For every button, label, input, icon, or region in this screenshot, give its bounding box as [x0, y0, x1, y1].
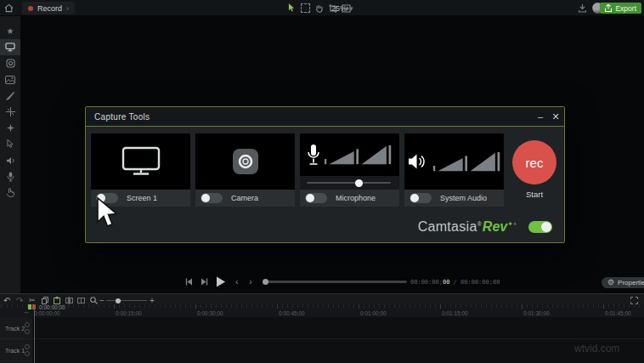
- ruler-label: 0:00:30;00: [197, 310, 223, 316]
- minimize-button[interactable]: –: [532, 107, 549, 126]
- pencil-icon: [6, 91, 15, 100]
- sparkle-icon: [6, 123, 15, 133]
- monitor-icon: [121, 146, 161, 177]
- system-audio-preview: [404, 133, 504, 190]
- screen-record-icon: [5, 43, 15, 52]
- playhead-line[interactable]: [34, 304, 35, 363]
- microphone-toggle-bar: Microphone: [300, 190, 399, 207]
- sidebar-item-audio-effects[interactable]: [0, 152, 20, 168]
- play-button[interactable]: [216, 276, 226, 287]
- sidebar: ★: [0, 16, 20, 293]
- properties-button[interactable]: ⚙ Properties: [602, 277, 644, 288]
- track-lock-icon[interactable]: [25, 322, 30, 327]
- system-audio-label: System Audio: [440, 194, 487, 202]
- timeline-ruler[interactable]: 0:00:00;00 0:00:00;00 0:00:15;00 0:00:30…: [0, 304, 644, 317]
- home-button[interactable]: [4, 0, 14, 16]
- toggle-knob: [410, 194, 419, 202]
- camera-preview: [195, 133, 295, 190]
- playback-scrubber[interactable]: [264, 281, 407, 283]
- dialog-title-bar[interactable]: Capture Tools: [86, 107, 564, 127]
- mouse-cursor-icon: [95, 196, 121, 230]
- sidebar-item-annotations[interactable]: [0, 88, 20, 104]
- zoom-level-select[interactable]: 25% ▾: [331, 0, 353, 16]
- selection-tool-icon[interactable]: [300, 3, 311, 14]
- microphone-label: Microphone: [336, 194, 376, 202]
- camera-capture-card: Camera: [195, 133, 295, 207]
- track-hide-icon[interactable]: [25, 351, 30, 356]
- track-2-controls[interactable]: [25, 322, 30, 334]
- sidebar-item-voice-narration[interactable]: [0, 168, 20, 184]
- record-tab[interactable]: Record ›: [22, 2, 75, 14]
- mic-small-icon: [7, 172, 14, 182]
- gesture-icon: [6, 188, 14, 197]
- track-2-lane[interactable]: [32, 317, 644, 339]
- download-icon: [579, 4, 586, 13]
- record-tab-label: Record: [37, 4, 62, 13]
- toggle-knob: [201, 194, 210, 202]
- home-icon: [4, 3, 14, 13]
- system-audio-capture-card: System Audio: [404, 133, 504, 207]
- track-1-label: Track 1: [5, 347, 25, 353]
- ruler-label: 0:01:45;00: [605, 310, 631, 316]
- sidebar-item-favorites[interactable]: ★: [0, 23, 20, 39]
- recording-dot-icon: [28, 6, 33, 11]
- timeline-panel: ↶ ↷ ✂ − + 0:00:00;00 0:00:00;00 0:00:15;…: [0, 293, 644, 363]
- star-icon: ★: [7, 26, 14, 36]
- next-clip-button[interactable]: [201, 278, 208, 286]
- sidebar-item-transitions[interactable]: [0, 104, 20, 120]
- microphone-preview: [300, 133, 399, 176]
- track-row: Track 1: [0, 339, 644, 361]
- track-1-lane[interactable]: [32, 339, 644, 361]
- track-2-header[interactable]: ↔ Track 2: [0, 317, 32, 339]
- sidebar-item-media[interactable]: [0, 71, 20, 88]
- camtasia-rev-brand: Camtasia®Rev✦+: [418, 219, 552, 235]
- previous-clip-button[interactable]: [185, 278, 193, 286]
- sidebar-item-effects[interactable]: [0, 120, 20, 136]
- download-button[interactable]: [579, 0, 586, 16]
- timeline-zoom-slider[interactable]: [106, 300, 147, 301]
- sidebar-item-interactivity[interactable]: [0, 184, 20, 201]
- top-bar: Record › 25% ▾ Export: [0, 0, 644, 16]
- media-icon: [5, 76, 15, 84]
- step-back-button[interactable]: ‹: [235, 276, 239, 286]
- ruler-label: 0:00:45;00: [279, 310, 305, 316]
- ruler-label: 0:00:15;00: [116, 310, 142, 316]
- slider-knob[interactable]: [355, 179, 363, 187]
- ruler-label: 0:00:00;00: [34, 310, 60, 316]
- microphone-toggle[interactable]: [305, 193, 327, 203]
- track-1-header[interactable]: Track 1: [0, 339, 32, 361]
- sidebar-item-cursor-effects[interactable]: [0, 136, 20, 152]
- system-audio-toggle-bar: System Audio: [404, 190, 504, 207]
- screen-preview: [91, 133, 190, 190]
- step-forward-button[interactable]: ›: [249, 276, 252, 286]
- scrubber-handle[interactable]: [263, 279, 268, 285]
- camera-toggle[interactable]: [201, 193, 223, 203]
- microphone-volume-slider[interactable]: [300, 176, 399, 190]
- timeline-zoom-knob[interactable]: [116, 298, 121, 303]
- close-button[interactable]: ✕: [547, 107, 564, 126]
- screen-label: Screen 1: [127, 194, 157, 202]
- rev-toggle[interactable]: [528, 221, 552, 233]
- export-button[interactable]: Export: [600, 3, 641, 14]
- slider-track: [307, 182, 391, 184]
- track-resize-icon[interactable]: ↔: [23, 308, 30, 315]
- camera-toggle-bar: Camera: [195, 190, 295, 207]
- pan-tool-icon[interactable]: [314, 3, 325, 14]
- sidebar-item-camera[interactable]: [0, 55, 20, 71]
- record-start-button[interactable]: rec: [512, 140, 556, 184]
- share-icon: [605, 4, 612, 12]
- pointer-tool-icon[interactable]: [286, 3, 297, 14]
- ruler-label: 0:01:30;00: [523, 310, 550, 316]
- playhead-time: 0:00:00;00: [39, 304, 65, 310]
- track-1-controls[interactable]: [25, 344, 30, 356]
- speaker-small-icon: [6, 156, 15, 165]
- sparkle-icon: ✦: [507, 220, 513, 228]
- sidebar-item-record[interactable]: [0, 39, 20, 55]
- properties-button-label: Properties: [618, 279, 644, 286]
- track-lock-icon[interactable]: [25, 344, 30, 349]
- ruler-label: 0:01:00;00: [360, 310, 387, 316]
- record-start-caption: Start: [512, 190, 556, 199]
- system-audio-toggle[interactable]: [410, 193, 432, 203]
- track-hide-icon[interactable]: [25, 329, 30, 334]
- chevron-down-icon: ▾: [349, 4, 353, 13]
